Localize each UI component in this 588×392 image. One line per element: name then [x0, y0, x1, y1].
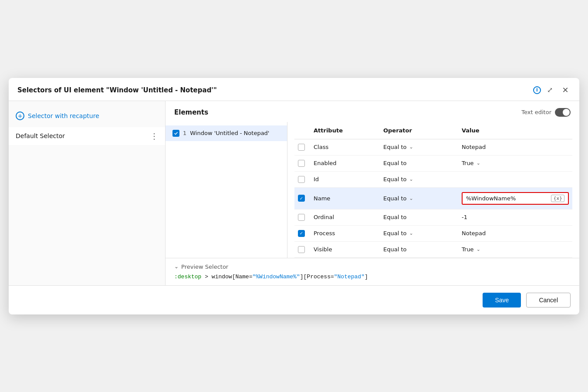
- dialog-footer: Save Cancel: [9, 285, 579, 314]
- selector-item-default[interactable]: Default Selector ⋮: [9, 127, 165, 145]
- info-icon[interactable]: i: [533, 86, 541, 94]
- attr-operator-ordinal: Equal to: [383, 214, 462, 220]
- expand-icon[interactable]: ⤢: [544, 85, 555, 95]
- close-icon[interactable]: ✕: [560, 85, 571, 95]
- attr-checkbox-id[interactable]: [298, 176, 305, 183]
- attr-checkbox-ordinal[interactable]: [298, 214, 305, 221]
- code-arrow: >: [201, 274, 211, 280]
- code-bracket1-close: ]: [300, 274, 304, 280]
- tree-item-label: Window 'Untitled - Notepad': [190, 130, 269, 136]
- dialog-body: + Selector with recapture Default Select…: [9, 101, 579, 285]
- preview-code: :desktop > window[Name="%WindowName%"][P…: [174, 274, 571, 280]
- attr-name-class: Class: [314, 144, 383, 150]
- tree-item[interactable]: 1 Window 'Untitled - Notepad': [166, 125, 287, 141]
- attr-header-checkbox-col: [298, 127, 314, 134]
- dialog-header: Selectors of UI element "Window 'Untitle…: [9, 78, 579, 101]
- selector-item-label: Default Selector: [16, 132, 65, 139]
- preview-title: Preview Selector: [181, 264, 228, 270]
- right-panel: Elements Text editor 1: [166, 101, 579, 285]
- chevron-down-process-icon[interactable]: ⌄: [409, 230, 413, 236]
- attr-operator-id: Equal to ⌄: [383, 176, 462, 182]
- dialog-title: Selectors of UI element "Window 'Untitle…: [17, 86, 530, 94]
- elements-title: Elements: [174, 108, 208, 116]
- attr-header-value: Value: [462, 127, 569, 134]
- cancel-button[interactable]: Cancel: [526, 293, 571, 308]
- attr-operator-enabled: Equal to: [383, 160, 462, 166]
- chevron-down-name-icon[interactable]: ⌄: [409, 196, 413, 201]
- attr-name-id: Id: [314, 176, 383, 182]
- attr-row-enabled: Enabled Equal to True ⌄: [294, 155, 572, 172]
- code-bracket2-close: ]: [365, 274, 368, 280]
- attr-row-id: Id Equal to ⌄: [294, 172, 572, 188]
- code-attr1-name: Name: [235, 274, 249, 280]
- attr-operator-ordinal-text: Equal to: [383, 214, 406, 220]
- attr-row-visible: Visible Equal to True ⌄: [294, 242, 572, 258]
- text-editor-switch[interactable]: [555, 108, 571, 117]
- left-panel: + Selector with recapture Default Select…: [9, 101, 166, 285]
- attr-value-visible: True ⌄: [462, 246, 569, 253]
- attr-checkbox-visible[interactable]: [298, 246, 305, 253]
- attr-operator-class: Equal to ⌄: [383, 144, 462, 150]
- attr-operator-visible-text: Equal to: [383, 246, 406, 253]
- attr-value-enabled: True ⌄: [462, 160, 569, 166]
- text-editor-toggle[interactable]: Text editor: [521, 108, 571, 117]
- attr-checkbox-class[interactable]: [298, 144, 305, 151]
- attr-name-ordinal: Ordinal: [314, 214, 383, 220]
- tree-checkbox[interactable]: [172, 130, 179, 137]
- tree-item-number: 1: [183, 130, 186, 136]
- header-actions: ⤢ ✕: [544, 85, 571, 95]
- attr-row-class: Class Equal to ⌄ Notepad: [294, 139, 572, 155]
- var-button-name[interactable]: {x}: [551, 195, 564, 202]
- attr-name-enabled: Enabled: [314, 160, 383, 166]
- elements-tree: 1 Window 'Untitled - Notepad': [166, 122, 287, 258]
- attr-value-name-text: %WindowName%: [466, 195, 516, 202]
- save-button[interactable]: Save: [483, 293, 521, 308]
- chevron-down-icon[interactable]: ⌄: [409, 144, 413, 150]
- attr-checkbox-process[interactable]: ✓: [298, 230, 305, 237]
- attr-header-attribute: Attribute: [314, 127, 383, 134]
- attr-name-process: Process: [314, 230, 383, 237]
- chevron-down-id-icon[interactable]: ⌄: [409, 176, 413, 182]
- code-element: window: [212, 274, 232, 280]
- attr-table-header: Attribute Operator Value: [294, 122, 572, 139]
- attr-operator-name: Equal to ⌄: [383, 195, 462, 202]
- attr-header-operator: Operator: [383, 127, 462, 134]
- chevron-down-enabled-icon[interactable]: ⌄: [476, 160, 480, 166]
- attr-value-visible-text: True: [462, 246, 474, 253]
- checkbox-check-process-icon: ✓: [300, 231, 303, 236]
- attr-row-name: ✓ Name Equal to ⌄ %WindowName% {x}: [294, 188, 572, 210]
- attr-row-process: ✓ Process Equal to ⌄ Notepad: [294, 226, 572, 242]
- code-attr2-eq: =: [331, 274, 334, 280]
- attr-operator-name-text: Equal to: [383, 195, 406, 202]
- code-desktop: :desktop: [174, 274, 201, 280]
- attr-operator-class-text: Equal to: [383, 144, 406, 150]
- attr-checkbox-name[interactable]: ✓: [298, 195, 305, 202]
- add-selector-button[interactable]: + Selector with recapture: [9, 108, 165, 124]
- dialog: Selectors of UI element "Window 'Untitle…: [9, 78, 579, 314]
- attr-row-ordinal: Ordinal Equal to -1: [294, 210, 572, 226]
- attr-value-ordinal: -1: [462, 214, 569, 220]
- chevron-collapse-icon: ⌄: [174, 264, 179, 270]
- dots-menu-icon[interactable]: ⋮: [150, 132, 158, 141]
- attr-value-enabled-text: True: [462, 160, 474, 166]
- attr-value-name: %WindowName% {x}: [462, 192, 569, 205]
- attr-name-visible: Visible: [314, 246, 383, 253]
- add-circle-icon: +: [16, 112, 24, 120]
- right-panel-content: 1 Window 'Untitled - Notepad' Attribute …: [166, 122, 579, 258]
- attr-operator-visible: Equal to: [383, 246, 462, 253]
- attr-value-class: Notepad: [462, 144, 569, 150]
- chevron-down-visible-icon[interactable]: ⌄: [476, 247, 480, 252]
- right-panel-header: Elements Text editor: [166, 101, 579, 122]
- text-editor-label: Text editor: [521, 109, 551, 115]
- attr-value-process: Notepad: [462, 230, 569, 237]
- checkbox-check-icon: ✓: [300, 196, 303, 201]
- attributes-table: Attribute Operator Value Class Equal to …: [287, 122, 579, 258]
- attr-name-name: Name: [314, 195, 383, 202]
- code-attr1-val: "%WindowName%": [252, 274, 300, 280]
- attr-checkbox-enabled[interactable]: [298, 160, 305, 167]
- preview-header[interactable]: ⌄ Preview Selector: [174, 264, 571, 270]
- attr-operator-enabled-text: Equal to: [383, 160, 406, 166]
- code-attr2-name: Process: [307, 274, 331, 280]
- add-selector-label: Selector with recapture: [28, 112, 99, 119]
- attr-operator-process-text: Equal to: [383, 230, 406, 237]
